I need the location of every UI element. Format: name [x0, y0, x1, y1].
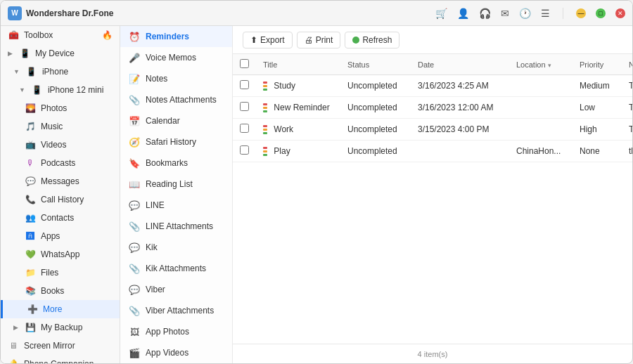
sidebar-item-music[interactable]: 🎵 Music — [1, 117, 120, 136]
sidebar-item-whatsapp[interactable]: 💚 WhatsApp — [1, 245, 120, 264]
sidebar-item-call-history[interactable]: 📞 Call History — [1, 190, 120, 209]
export-button[interactable]: ⬆ Export — [243, 32, 293, 48]
sidebar-item-messages[interactable]: 💬 Messages — [1, 172, 120, 190]
sidebar-item-books[interactable]: 📚 Books — [1, 282, 120, 300]
mid-item-reading-list[interactable]: 📖 Reading List — [120, 174, 232, 195]
row-date: 3/15/2023 4:00 PM — [411, 119, 509, 141]
calendar-icon: 📅 — [129, 115, 140, 126]
reminder-dots-icon — [263, 82, 267, 91]
row-checkbox-1[interactable] — [240, 102, 249, 111]
mid-label-viber: Viber — [146, 285, 165, 294]
mid-item-safari-history[interactable]: 🧭 Safari History — [120, 131, 232, 152]
mid-item-kik-attachments[interactable]: 📎 Kik Attachments — [120, 258, 232, 279]
maximize-button[interactable]: □ — [596, 8, 606, 18]
call-history-icon: 📞 — [25, 194, 36, 205]
refresh-button[interactable]: Refresh — [345, 32, 399, 48]
mid-label-reminders: Reminders — [146, 32, 189, 41]
my-device-chevron: ▶ — [8, 50, 13, 57]
mid-item-voice-memos[interactable]: 🎤 Voice Memos — [120, 47, 232, 68]
reminder-dots-icon — [263, 147, 267, 156]
mid-item-kik[interactable]: 💬 Kik — [120, 237, 232, 258]
notes-attachments-icon: 📎 — [129, 94, 140, 105]
iphone12mini-icon: 📱 — [32, 84, 43, 96]
reminders-table: Title Status Date Location ▾ — [233, 54, 632, 162]
mid-item-line[interactable]: 💬 LINE — [120, 195, 232, 216]
mid-item-app-videos[interactable]: 🎬 App Videos — [120, 342, 232, 363]
sidebar-label-iphone: iPhone — [42, 67, 68, 77]
minimize-button[interactable]: — — [576, 8, 586, 18]
print-button[interactable]: 🖨 Print — [297, 32, 341, 48]
select-all-checkbox[interactable] — [240, 59, 249, 68]
sidebar-label-toolbox: Toolbox — [24, 30, 53, 40]
mid-item-reminders[interactable]: ⏰ Reminders — [120, 26, 232, 47]
iphone12mini-chevron: ▼ — [19, 86, 25, 93]
mid-item-bookmarks[interactable]: 🔖 Bookmarks — [120, 152, 232, 174]
viber-attachments-icon: 📎 — [129, 305, 140, 316]
row-checkbox-2[interactable] — [240, 124, 249, 133]
close-button[interactable]: ✕ — [615, 8, 625, 18]
mid-item-notes[interactable]: 📝 Notes — [120, 68, 232, 89]
sidebar-item-contacts[interactable]: 👥 Contacts — [1, 209, 120, 227]
row-priority: None — [573, 141, 622, 162]
mid-label-kik-attachments: Kik Attachments — [146, 264, 206, 273]
iphone-icon: 📱 — [26, 66, 37, 77]
mid-item-viber[interactable]: 💬 Viber — [120, 279, 232, 300]
titlebar: W Wondershare Dr.Fone 🛒 👤 🎧 ✉ 🕐 ☰ — □ ✕ — [1, 1, 632, 26]
titlebar-actions: 🛒 👤 🎧 ✉ 🕐 ☰ — □ ✕ — [435, 8, 625, 19]
messages-icon: 💬 — [25, 176, 36, 187]
sidebar-item-toolbox[interactable]: 🧰 Toolbox 🔥 — [1, 26, 120, 44]
my-backup-icon: 💾 — [25, 322, 36, 333]
user-icon[interactable]: 👤 — [457, 8, 469, 19]
my-device-icon: 📱 — [19, 48, 30, 59]
sidebar-item-my-device[interactable]: ▶ 📱 My Device — [1, 44, 120, 63]
mid-label-kik: Kik — [146, 242, 158, 252]
contacts-icon: 👥 — [25, 212, 36, 223]
history-icon[interactable]: 🕐 — [519, 8, 531, 19]
bookmarks-icon: 🔖 — [129, 157, 140, 169]
app-logo: W Wondershare Dr.Fone — [8, 6, 435, 20]
sidebar-item-phone-companion[interactable]: 🔔 Phone Companion — [1, 355, 120, 363]
cart-icon[interactable]: 🛒 — [435, 8, 447, 19]
sidebar-item-photos[interactable]: 🌄 Photos — [1, 99, 120, 117]
mail-icon[interactable]: ✉ — [501, 8, 509, 19]
row-priority: High — [573, 119, 622, 141]
mid-item-viber-attachments[interactable]: 📎 Viber Attachments — [120, 300, 232, 321]
reminder-dots-icon — [263, 125, 267, 134]
mid-item-calendar[interactable]: 📅 Calendar — [120, 110, 232, 131]
sidebar-item-more[interactable]: ➕ More — [1, 300, 120, 318]
sidebar-label-iphone12mini: iPhone 12 mini — [48, 85, 103, 95]
row-status: Uncompleted — [340, 97, 411, 119]
mid-label-calendar: Calendar — [146, 116, 180, 126]
sidebar-item-files[interactable]: 📁 Files — [1, 264, 120, 282]
row-checkbox-0[interactable] — [240, 80, 249, 89]
sidebar-item-videos[interactable]: 📺 Videos — [1, 136, 120, 154]
headset-icon[interactable]: 🎧 — [479, 8, 491, 19]
sidebar: 🧰 Toolbox 🔥 ▶ 📱 My Device ▼ 📱 iPhone ▼ 📱… — [1, 26, 120, 363]
sidebar-label-files: Files — [41, 268, 58, 278]
title-col-label: Title — [263, 60, 277, 69]
sidebar-label-phone-companion: Phone Companion — [24, 359, 94, 363]
row-checkbox-3[interactable] — [240, 145, 249, 155]
menu-icon[interactable]: ☰ — [541, 8, 550, 19]
mid-item-notes-attachments[interactable]: 📎 Notes Attachments — [120, 89, 232, 110]
sidebar-item-podcasts[interactable]: 🎙 Podcasts — [1, 154, 120, 172]
sidebar-item-iphone[interactable]: ▼ 📱 iPhone — [1, 63, 120, 81]
safari-history-icon: 🧭 — [129, 136, 140, 148]
mid-item-line-attachments[interactable]: 📎 LINE Attachments — [120, 216, 232, 237]
music-icon: 🎵 — [25, 121, 36, 132]
refresh-icon — [352, 37, 359, 44]
table-area: Title Status Date Location ▾ — [233, 54, 632, 344]
line-attachments-icon: 📎 — [129, 221, 140, 232]
sidebar-item-my-backup[interactable]: ▶ 💾 My Backup — [1, 318, 120, 337]
sidebar-item-apps[interactable]: 🅰 Apps — [1, 227, 120, 245]
header-status: Status — [340, 54, 411, 75]
mid-label-app-videos: App Videos — [146, 348, 188, 358]
main-window: W Wondershare Dr.Fone 🛒 👤 🎧 ✉ 🕐 ☰ — □ ✕ … — [0, 0, 633, 364]
sidebar-label-messages: Messages — [41, 176, 79, 186]
sidebar-item-screen-mirror[interactable]: 🖥 Screen Mirror — [1, 337, 120, 355]
sidebar-label-screen-mirror: Screen Mirror — [24, 341, 75, 351]
row-date: 3/16/2023 4:25 AM — [411, 75, 509, 97]
row-date: 3/16/2023 12:00 AM — [411, 97, 509, 119]
mid-item-app-photos[interactable]: 🖼 App Photos — [120, 321, 232, 342]
sidebar-item-iphone12mini[interactable]: ▼ 📱 iPhone 12 mini — [1, 81, 120, 99]
